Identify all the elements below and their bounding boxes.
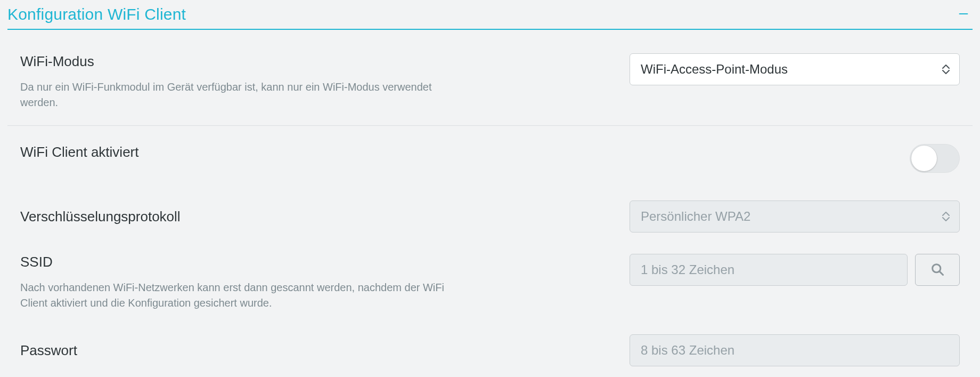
- ssid-hint: Nach vorhandenen WiFi-Netzwerken kann er…: [20, 280, 457, 311]
- chevron-up-down-icon: [942, 211, 950, 222]
- wifi-mode-value: WiFi-Access-Point-Modus: [641, 62, 788, 77]
- search-icon: [930, 262, 945, 278]
- ssid-label: SSID: [20, 254, 479, 270]
- row-wifi-client-active: WiFi Client aktiviert: [7, 125, 973, 191]
- panel-title: Konfiguration WiFi Client: [7, 5, 186, 23]
- wifi-mode-hint: Da nur ein WiFi-Funkmodul im Gerät verfü…: [20, 79, 457, 110]
- wifi-mode-select[interactable]: WiFi-Access-Point-Modus: [630, 53, 960, 85]
- row-ssid: SSID Nach vorhandenen WiFi-Netzwerken ka…: [7, 242, 973, 320]
- encryption-label: Verschlüsselungsprotokoll: [20, 208, 479, 225]
- svg-line-2: [940, 271, 943, 275]
- panel-collapse-button[interactable]: [954, 5, 973, 23]
- wifi-client-config-panel: Konfiguration WiFi Client WiFi-Modus Da …: [0, 0, 980, 377]
- wifi-client-active-toggle[interactable]: [910, 144, 960, 173]
- ssid-input[interactable]: [630, 254, 908, 286]
- chevron-up-down-icon: [942, 64, 950, 75]
- encryption-select[interactable]: Persönlicher WPA2: [630, 200, 960, 232]
- password-label: Passwort: [20, 342, 479, 359]
- ssid-scan-button[interactable]: [915, 254, 960, 286]
- toggle-knob: [911, 146, 937, 171]
- wifi-mode-label: WiFi-Modus: [20, 53, 479, 70]
- row-wifi-mode: WiFi-Modus Da nur ein WiFi-Funkmodul im …: [7, 30, 973, 125]
- password-input[interactable]: [630, 334, 960, 366]
- minus-icon: [958, 8, 969, 21]
- row-encryption: Verschlüsselungsprotokoll Persönlicher W…: [7, 191, 973, 242]
- panel-header: Konfiguration WiFi Client: [7, 5, 973, 30]
- encryption-value: Persönlicher WPA2: [641, 209, 750, 224]
- wifi-client-active-label: WiFi Client aktiviert: [20, 144, 479, 161]
- row-password: Passwort: [7, 320, 973, 376]
